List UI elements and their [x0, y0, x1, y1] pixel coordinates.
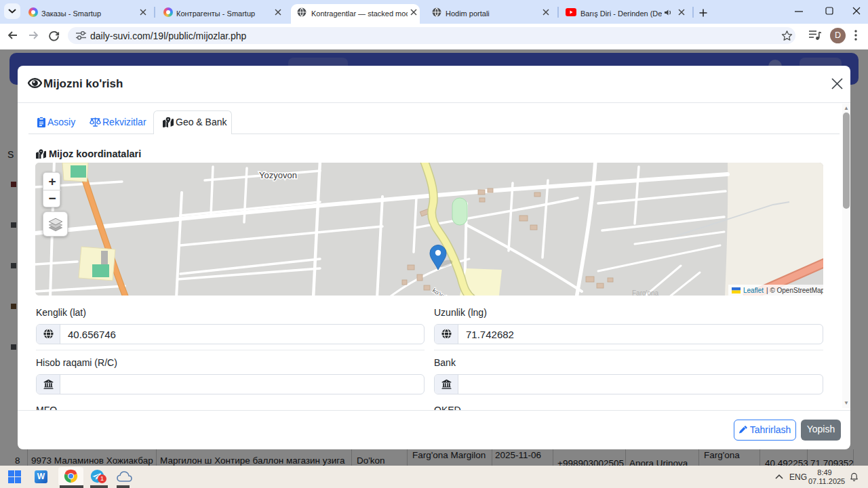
svg-text:Farg'ona: Farg'ona: [632, 289, 659, 296]
svg-text:Leaflet: Leaflet: [743, 287, 764, 294]
svg-text:| © OpenStreetMap: | © OpenStreetMap: [766, 287, 823, 294]
svg-text:Yozyovon: Yozyovon: [259, 170, 297, 180]
